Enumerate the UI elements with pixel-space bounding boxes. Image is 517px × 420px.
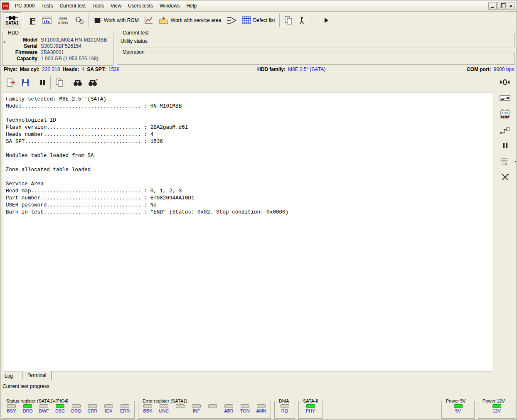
led-cell: 5V <box>443 404 473 413</box>
copy-log-button[interactable] <box>53 75 66 90</box>
baud-rate-button[interactable]: 9600 57600 <box>54 13 72 28</box>
utility-button[interactable] <box>25 13 39 28</box>
toolbar-separator <box>34 76 34 89</box>
max-cyl-value: 230 318 <box>42 66 60 72</box>
led-label: ERR <box>117 408 133 413</box>
led-cell: TON <box>237 404 253 413</box>
led-cell <box>172 404 188 413</box>
restore-button[interactable] <box>497 2 506 10</box>
led-indicator <box>121 404 129 408</box>
led-indicator <box>192 404 201 408</box>
led-cell: BBK <box>140 404 156 413</box>
copy-report-button[interactable] <box>282 13 295 28</box>
heads-map-button[interactable] <box>224 13 239 28</box>
sata2-legend: SATA-II <box>302 398 320 403</box>
max-cyl-label: Max cyl: <box>20 66 39 72</box>
exit-utility-button[interactable] <box>295 13 308 28</box>
led-indicator <box>492 404 501 408</box>
led-label: TON <box>237 408 253 413</box>
led-cell: DRD <box>20 404 36 413</box>
app-icon: PC <box>2 2 9 10</box>
led-cell <box>204 404 221 413</box>
terminal-connector-button[interactable] <box>497 123 512 136</box>
led-indicator <box>160 404 168 408</box>
pause-button[interactable] <box>497 139 512 152</box>
test-report-button[interactable] <box>39 13 54 28</box>
led-label: RQ <box>276 408 293 413</box>
search-next-button[interactable] <box>85 75 100 90</box>
sata-port-button[interactable]: SATA1 <box>3 12 21 28</box>
power12v-leds: 12V <box>480 404 514 413</box>
menu-item-help[interactable]: Help <box>183 1 200 10</box>
power-supply-button[interactable] <box>497 76 512 89</box>
open-report-button[interactable] <box>4 75 19 90</box>
pause-output-button[interactable] <box>36 75 49 90</box>
led-label: ABR <box>221 408 237 413</box>
hdd-field-label: Model <box>5 37 37 43</box>
phys-label: Phys: <box>4 66 17 72</box>
led-indicator <box>56 404 64 408</box>
minimize-button[interactable] <box>488 2 497 10</box>
heads-graph-icon <box>226 16 237 25</box>
led-cell: DSC <box>52 404 68 413</box>
hdd-family-value: M8E 2.5'' (SATA) <box>288 66 325 72</box>
led-indicator <box>72 404 81 408</box>
graph-button[interactable] <box>141 13 156 28</box>
power-sequence-button[interactable]: ▼ <box>497 155 512 168</box>
main-toolbar: SATA1 9600 57600 Work with ROM Work <box>0 12 517 29</box>
status-register-leds: BSYDRDDWFDSCDRQCRRIDXERR <box>3 404 133 413</box>
close-button[interactable]: × <box>507 2 515 10</box>
defect-list-label: Defect list <box>253 17 275 23</box>
graph-icon <box>144 16 154 25</box>
led-cell: BSY <box>3 404 20 413</box>
tab-log[interactable]: Log <box>3 371 17 379</box>
reset-button[interactable]: 0101 RESET <box>497 107 512 120</box>
chevron-down-icon[interactable]: ▼ <box>514 160 517 163</box>
menu-item-tools[interactable]: Tools <box>89 1 107 10</box>
defect-list-button[interactable]: Defect list <box>239 13 278 28</box>
tools-button[interactable] <box>497 170 512 184</box>
save-log-button[interactable] <box>19 75 32 90</box>
save-icon <box>21 79 30 87</box>
search-icon <box>73 79 83 86</box>
hdd-family-label: HDD family: <box>257 66 286 72</box>
hdd-select-arrow[interactable]: ▼ <box>3 41 6 44</box>
log-output[interactable]: Family selected: M8E 2.5''(SATA) Model..… <box>3 93 493 371</box>
led-label: DSC <box>52 408 68 413</box>
work-with-service-area-label: Work with service area <box>171 17 221 23</box>
led-label: 5V <box>443 408 473 413</box>
led-indicator <box>281 404 289 408</box>
led-label: PHY <box>300 408 321 413</box>
com-port-status: COM port: 9600 bps <box>467 66 514 72</box>
led-cell: DWF <box>36 404 52 413</box>
phys-status: Phys: Max cyl: 230 318 Heads: 4 SA SPT: … <box>4 66 119 72</box>
led-indicator <box>454 404 463 408</box>
process-settings-button[interactable] <box>72 13 87 28</box>
menu-item-users-tests[interactable]: Users tests <box>125 1 156 10</box>
led-label: BSY <box>3 408 20 413</box>
led-cell: 12V <box>480 404 514 413</box>
led-label: UNC <box>156 408 172 413</box>
info-row: HDD ▼ Model ST1000LM024 HN-M101MBB Seria… <box>2 30 515 66</box>
led-cell: UNC <box>156 404 172 413</box>
current-test-status: Utility status <box>120 37 512 44</box>
work-with-service-area-button[interactable]: Work with service area <box>156 13 224 28</box>
menu-item-tests[interactable]: Tests <box>38 1 56 10</box>
menu-item-pc3000[interactable]: PC-3000 <box>12 1 38 10</box>
ata-registers-button[interactable] <box>497 91 512 105</box>
com-port-value: 9600 bps <box>494 66 514 72</box>
minimize-icon <box>491 7 494 8</box>
resume-button[interactable] <box>320 13 332 28</box>
side-toolbar: 0101 RESET ▼ <box>493 74 517 371</box>
work-with-rom-button[interactable]: Work with ROM <box>91 13 141 28</box>
status-register-panel: Status register (SATA1)-[PIO4] BSYDRDDWF… <box>2 398 135 419</box>
led-label: DRD <box>20 408 36 413</box>
menu-item-windows[interactable]: Windows <box>156 1 183 10</box>
tab-terminal[interactable]: Terminal <box>22 371 52 380</box>
menu-item-current-test[interactable]: Current test <box>56 1 89 10</box>
copy-icon <box>284 16 293 25</box>
search-button[interactable] <box>70 75 85 90</box>
power-supply-icon <box>499 79 511 86</box>
menu-item-view[interactable]: View <box>107 1 125 10</box>
pause-icon <box>39 79 45 86</box>
